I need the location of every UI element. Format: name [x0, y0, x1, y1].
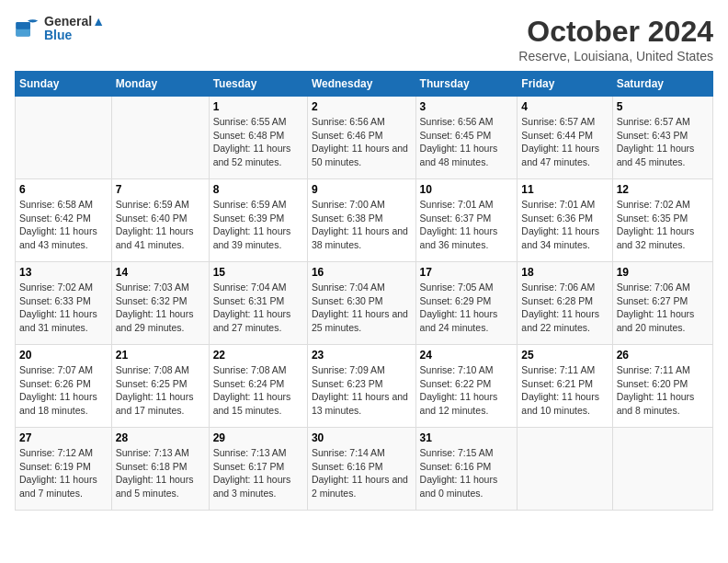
- calendar-cell: 14Sunrise: 7:03 AM Sunset: 6:32 PM Dayli…: [111, 262, 209, 345]
- day-number: 20: [19, 349, 108, 362]
- calendar-cell: 29Sunrise: 7:13 AM Sunset: 6:17 PM Dayli…: [209, 428, 307, 511]
- calendar-cell: [111, 97, 209, 179]
- day-number: 4: [521, 100, 608, 113]
- day-number: 14: [116, 266, 205, 279]
- calendar-cell: 30Sunrise: 7:14 AM Sunset: 6:16 PM Dayli…: [307, 428, 415, 511]
- day-number: 22: [213, 349, 303, 362]
- calendar-cell: 25Sunrise: 7:11 AM Sunset: 6:21 PM Dayli…: [518, 345, 612, 428]
- day-info: Sunrise: 6:57 AM Sunset: 6:44 PM Dayligh…: [521, 115, 608, 169]
- column-header-thursday: Thursday: [415, 72, 518, 97]
- column-header-monday: Monday: [111, 72, 209, 97]
- day-info: Sunrise: 6:58 AM Sunset: 6:42 PM Dayligh…: [19, 198, 108, 252]
- calendar-cell: 22Sunrise: 7:08 AM Sunset: 6:24 PM Dayli…: [209, 345, 307, 428]
- calendar-cell: 12Sunrise: 7:02 AM Sunset: 6:35 PM Dayli…: [612, 179, 712, 262]
- week-row-1: 1Sunrise: 6:55 AM Sunset: 6:48 PM Daylig…: [16, 97, 713, 179]
- day-info: Sunrise: 7:03 AM Sunset: 6:32 PM Dayligh…: [116, 281, 205, 335]
- calendar-cell: 28Sunrise: 7:13 AM Sunset: 6:18 PM Dayli…: [111, 428, 209, 511]
- calendar-cell: 15Sunrise: 7:04 AM Sunset: 6:31 PM Dayli…: [209, 262, 307, 345]
- day-info: Sunrise: 7:04 AM Sunset: 6:31 PM Dayligh…: [213, 281, 303, 335]
- calendar-cell: 20Sunrise: 7:07 AM Sunset: 6:26 PM Dayli…: [16, 345, 112, 428]
- day-number: 29: [213, 431, 303, 444]
- day-info: Sunrise: 6:59 AM Sunset: 6:40 PM Dayligh…: [116, 198, 205, 252]
- calendar-cell: 10Sunrise: 7:01 AM Sunset: 6:37 PM Dayli…: [415, 179, 518, 262]
- day-number: 11: [521, 183, 608, 196]
- logo-text: General▲ Blue: [44, 15, 105, 43]
- column-header-wednesday: Wednesday: [307, 72, 415, 97]
- day-number: 5: [617, 100, 709, 113]
- day-number: 3: [420, 100, 514, 113]
- day-info: Sunrise: 7:05 AM Sunset: 6:29 PM Dayligh…: [420, 281, 514, 335]
- day-info: Sunrise: 7:09 AM Sunset: 6:23 PM Dayligh…: [312, 363, 412, 418]
- calendar-cell: 8Sunrise: 6:59 AM Sunset: 6:39 PM Daylig…: [209, 179, 307, 262]
- calendar-cell: 4Sunrise: 6:57 AM Sunset: 6:44 PM Daylig…: [518, 97, 612, 179]
- calendar-cell: 27Sunrise: 7:12 AM Sunset: 6:19 PM Dayli…: [16, 428, 112, 511]
- calendar-cell: [16, 97, 112, 179]
- day-number: 23: [312, 349, 412, 362]
- calendar-cell: 19Sunrise: 7:06 AM Sunset: 6:27 PM Dayli…: [612, 262, 712, 345]
- header-row: SundayMondayTuesdayWednesdayThursdayFrid…: [16, 72, 713, 97]
- calendar-cell: [612, 428, 712, 511]
- day-number: 12: [617, 183, 709, 196]
- day-info: Sunrise: 6:55 AM Sunset: 6:48 PM Dayligh…: [213, 115, 303, 169]
- day-number: 24: [420, 349, 514, 362]
- calendar-cell: 31Sunrise: 7:15 AM Sunset: 6:16 PM Dayli…: [415, 428, 518, 511]
- column-header-friday: Friday: [518, 72, 612, 97]
- location: Reserve, Louisiana, United States: [518, 49, 713, 63]
- day-info: Sunrise: 7:13 AM Sunset: 6:17 PM Dayligh…: [213, 446, 303, 500]
- day-number: 27: [19, 431, 108, 444]
- calendar-cell: 7Sunrise: 6:59 AM Sunset: 6:40 PM Daylig…: [111, 179, 209, 262]
- week-row-3: 13Sunrise: 7:02 AM Sunset: 6:33 PM Dayli…: [16, 262, 713, 345]
- calendar-table: SundayMondayTuesdayWednesdayThursdayFrid…: [15, 71, 713, 511]
- calendar-cell: 2Sunrise: 6:56 AM Sunset: 6:46 PM Daylig…: [307, 97, 415, 179]
- day-info: Sunrise: 7:08 AM Sunset: 6:25 PM Dayligh…: [116, 363, 205, 418]
- day-number: 18: [521, 266, 608, 279]
- day-number: 17: [420, 266, 514, 279]
- logo: General▲ Blue: [15, 15, 105, 43]
- day-info: Sunrise: 6:56 AM Sunset: 6:46 PM Dayligh…: [312, 115, 412, 169]
- calendar-cell: 16Sunrise: 7:04 AM Sunset: 6:30 PM Dayli…: [307, 262, 415, 345]
- day-number: 10: [420, 183, 514, 196]
- calendar-cell: 17Sunrise: 7:05 AM Sunset: 6:29 PM Dayli…: [415, 262, 518, 345]
- calendar-cell: 1Sunrise: 6:55 AM Sunset: 6:48 PM Daylig…: [209, 97, 307, 179]
- calendar-cell: 11Sunrise: 7:01 AM Sunset: 6:36 PM Dayli…: [518, 179, 612, 262]
- page-header: General▲ Blue October 2024 Reserve, Loui…: [15, 15, 713, 63]
- calendar-cell: 18Sunrise: 7:06 AM Sunset: 6:28 PM Dayli…: [518, 262, 612, 345]
- day-info: Sunrise: 6:56 AM Sunset: 6:45 PM Dayligh…: [420, 115, 514, 169]
- day-info: Sunrise: 7:01 AM Sunset: 6:36 PM Dayligh…: [521, 198, 608, 252]
- calendar-cell: 23Sunrise: 7:09 AM Sunset: 6:23 PM Dayli…: [307, 345, 415, 428]
- column-header-tuesday: Tuesday: [209, 72, 307, 97]
- day-info: Sunrise: 7:14 AM Sunset: 6:16 PM Dayligh…: [312, 446, 412, 500]
- day-number: 26: [617, 349, 709, 362]
- calendar-cell: 26Sunrise: 7:11 AM Sunset: 6:20 PM Dayli…: [612, 345, 712, 428]
- svg-rect-1: [16, 22, 29, 29]
- day-info: Sunrise: 7:07 AM Sunset: 6:26 PM Dayligh…: [19, 363, 108, 418]
- day-info: Sunrise: 7:13 AM Sunset: 6:18 PM Dayligh…: [116, 446, 205, 500]
- column-header-saturday: Saturday: [612, 72, 712, 97]
- week-row-2: 6Sunrise: 6:58 AM Sunset: 6:42 PM Daylig…: [16, 179, 713, 262]
- column-header-sunday: Sunday: [16, 72, 112, 97]
- calendar-cell: 24Sunrise: 7:10 AM Sunset: 6:22 PM Dayli…: [415, 345, 518, 428]
- day-info: Sunrise: 7:11 AM Sunset: 6:21 PM Dayligh…: [521, 363, 608, 418]
- day-number: 31: [420, 431, 514, 444]
- day-info: Sunrise: 7:06 AM Sunset: 6:27 PM Dayligh…: [617, 281, 709, 335]
- day-info: Sunrise: 6:57 AM Sunset: 6:43 PM Dayligh…: [617, 115, 709, 169]
- day-number: 28: [116, 431, 205, 444]
- day-number: 13: [19, 266, 108, 279]
- day-number: 16: [312, 266, 412, 279]
- day-info: Sunrise: 7:04 AM Sunset: 6:30 PM Dayligh…: [312, 281, 412, 335]
- month-title: October 2024: [518, 15, 713, 49]
- day-info: Sunrise: 7:11 AM Sunset: 6:20 PM Dayligh…: [617, 363, 709, 418]
- day-number: 9: [312, 183, 412, 196]
- title-block: October 2024 Reserve, Louisiana, United …: [518, 15, 713, 63]
- day-info: Sunrise: 7:12 AM Sunset: 6:19 PM Dayligh…: [19, 446, 108, 500]
- day-info: Sunrise: 7:15 AM Sunset: 6:16 PM Dayligh…: [420, 446, 514, 500]
- svg-rect-2: [16, 29, 29, 37]
- day-number: 15: [213, 266, 303, 279]
- week-row-5: 27Sunrise: 7:12 AM Sunset: 6:19 PM Dayli…: [16, 428, 713, 511]
- day-number: 1: [213, 100, 303, 113]
- calendar-cell: 6Sunrise: 6:58 AM Sunset: 6:42 PM Daylig…: [16, 179, 112, 262]
- calendar-cell: 5Sunrise: 6:57 AM Sunset: 6:43 PM Daylig…: [612, 97, 712, 179]
- calendar-cell: 13Sunrise: 7:02 AM Sunset: 6:33 PM Dayli…: [16, 262, 112, 345]
- day-info: Sunrise: 7:08 AM Sunset: 6:24 PM Dayligh…: [213, 363, 303, 418]
- day-number: 2: [312, 100, 412, 113]
